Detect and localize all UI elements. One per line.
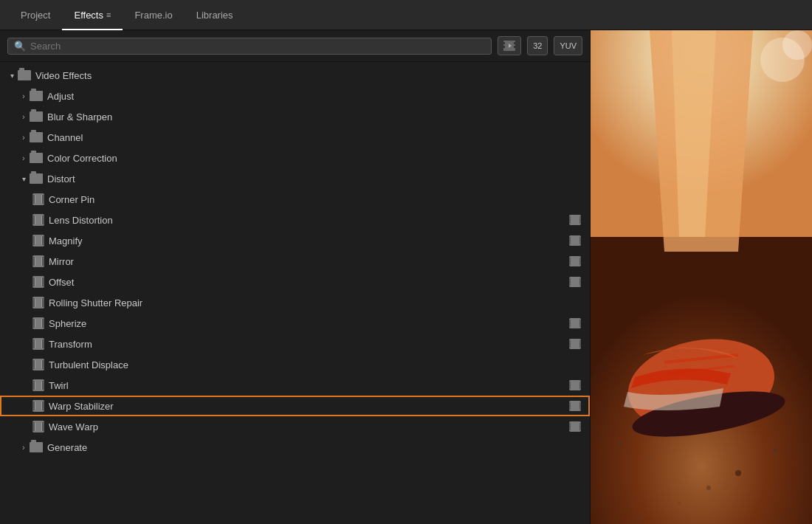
chevron-color-correction: › — [18, 154, 30, 162]
accel-icon-offset — [569, 277, 581, 287]
folder-channel[interactable]: › Channel — [0, 127, 590, 148]
svg-point-11 — [735, 470, 741, 476]
chevron-adjust: › — [18, 92, 30, 100]
effect-icon-turbulent-displace — [32, 359, 44, 370]
effect-icon-corner-pin — [32, 193, 44, 205]
effect-icon-magnify — [32, 235, 44, 247]
main-area: 🔍 32 YUV — [0, 30, 812, 524]
effect-wave-warp[interactable]: Wave Warp — [0, 416, 590, 437]
tab-project[interactable]: Project — [9, 0, 62, 30]
preview-image — [591, 30, 812, 524]
svg-point-14 — [678, 501, 681, 504]
effect-magnify[interactable]: Magnify — [0, 230, 590, 251]
effect-warp-stabilizer[interactable]: Warp Stabilizer — [0, 396, 590, 416]
effect-lens-distortion[interactable]: Lens Distortion — [0, 210, 590, 230]
folder-icon-adjust — [30, 91, 43, 101]
tab-libraries[interactable]: Libraries — [185, 0, 245, 30]
folder-icon-video-effects — [18, 70, 31, 80]
effect-icon-mirror — [32, 255, 44, 267]
preview-panel — [591, 30, 812, 524]
svg-rect-3 — [514, 42, 515, 44]
svg-point-12 — [773, 449, 777, 453]
effects-panel: 🔍 32 YUV — [0, 30, 591, 524]
top-nav: Project Effects ≡ Frame.io Libraries — [0, 0, 812, 30]
svg-rect-2 — [503, 46, 505, 48]
effect-offset[interactable]: Offset — [0, 272, 590, 292]
effect-twirl[interactable]: Twirl — [0, 375, 590, 396]
effect-icon-lens-distortion — [32, 214, 44, 226]
tab-effects[interactable]: Effects ≡ — [62, 0, 123, 30]
svg-point-10 — [648, 457, 651, 460]
effect-rolling-shutter[interactable]: Rolling Shutter Repair — [0, 292, 590, 313]
effect-transform[interactable]: Transform — [0, 334, 590, 354]
depth-btn[interactable]: 32 — [527, 36, 548, 55]
effect-turbulent-displace[interactable]: Turbulent Displace — [0, 354, 590, 375]
effect-icon-twirl — [32, 379, 44, 391]
tab-frameio[interactable]: Frame.io — [123, 0, 184, 30]
accel-icon-mirror — [569, 256, 581, 266]
accel-icon-lens-distortion — [569, 215, 581, 225]
search-input[interactable] — [30, 41, 485, 52]
effect-icon-transform — [32, 338, 44, 350]
accel-icon-wave-warp — [569, 421, 581, 432]
folder-icon-channel — [30, 132, 43, 142]
svg-rect-1 — [503, 42, 505, 44]
folder-icon-color-correction — [30, 153, 43, 163]
effect-spherize[interactable]: Spherize — [0, 313, 590, 334]
svg-rect-4 — [514, 46, 515, 48]
effects-tree: ▾ Video Effects › Adjust › Blur & Sharpe… — [0, 62, 590, 524]
accel-icon-magnify — [569, 235, 581, 246]
svg-point-13 — [706, 486, 711, 490]
accel-icon-twirl — [569, 380, 581, 390]
effect-icon-warp-stabilizer — [32, 400, 44, 412]
accel-icon-spherize — [569, 318, 581, 328]
folder-distort[interactable]: ▾ Distort — [0, 168, 590, 189]
chevron-blur-sharpen: › — [18, 113, 30, 121]
folder-icon-generate — [30, 442, 43, 452]
effect-corner-pin[interactable]: Corner Pin — [0, 189, 590, 210]
effects-menu-icon[interactable]: ≡ — [106, 10, 111, 19]
preview-canvas — [591, 30, 812, 524]
effect-icon-spherize — [32, 317, 44, 329]
effect-icon-rolling-shutter — [32, 297, 44, 308]
chevron-video-effects: ▾ — [6, 72, 18, 80]
folder-blur-sharpen[interactable]: › Blur & Sharpen — [0, 106, 590, 127]
accel-icon-warp-stabilizer — [569, 401, 581, 411]
search-bar: 🔍 32 YUV — [0, 30, 590, 62]
folder-adjust[interactable]: › Adjust — [0, 86, 590, 106]
svg-point-16 — [782, 30, 812, 60]
folder-video-effects[interactable]: ▾ Video Effects — [0, 65, 590, 86]
effect-mirror[interactable]: Mirror — [0, 251, 590, 272]
search-input-wrapper[interactable]: 🔍 — [7, 38, 492, 55]
effect-icon-wave-warp — [32, 421, 44, 432]
accel-icon-transform — [569, 339, 581, 349]
folder-color-correction[interactable]: › Color Correction — [0, 148, 590, 168]
search-icon: 🔍 — [14, 41, 26, 52]
effect-icon-offset — [32, 276, 44, 288]
chevron-channel: › — [18, 134, 30, 142]
accelerate-btn[interactable] — [498, 36, 521, 55]
colorspace-btn[interactable]: YUV — [554, 36, 582, 55]
folder-icon-distort — [30, 173, 43, 184]
svg-point-9 — [618, 441, 622, 446]
chevron-generate: › — [18, 444, 30, 452]
folder-icon-blur-sharpen — [30, 111, 43, 122]
folder-generate[interactable]: › Generate — [0, 437, 590, 458]
chevron-distort: ▾ — [18, 175, 30, 183]
